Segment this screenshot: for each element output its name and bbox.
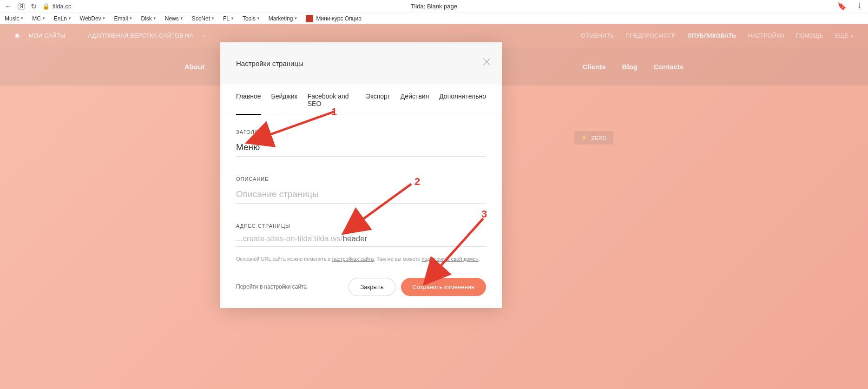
label-title: ЗАГОЛОВОК bbox=[236, 129, 486, 135]
bookmark-item[interactable]: FL▼ bbox=[223, 15, 234, 22]
close-icon[interactable] bbox=[481, 56, 493, 67]
close-button[interactable]: Закрыть bbox=[349, 278, 395, 296]
tab-actions[interactable]: Действия bbox=[401, 92, 429, 115]
label-url: АДРЕС СТРАНИЦЫ bbox=[236, 223, 486, 229]
annotation-number-1: 1 bbox=[331, 106, 337, 118]
page-title: Tilda: Blank page bbox=[411, 3, 457, 10]
annotation-number-3: 3 bbox=[481, 208, 487, 220]
hint-link-settings[interactable]: настройках сайта bbox=[332, 256, 374, 262]
annotation-number-2: 2 bbox=[414, 176, 420, 188]
tab-main[interactable]: Главное bbox=[236, 92, 261, 115]
course-icon bbox=[306, 15, 313, 22]
tab-more[interactable]: Дополнительно bbox=[439, 92, 486, 115]
label-description: ОПИСАНИЕ bbox=[236, 176, 486, 182]
url-input[interactable] bbox=[343, 234, 486, 244]
bookmark-item[interactable]: MC▼ bbox=[32, 15, 46, 22]
bookmark-item[interactable]: Tools▼ bbox=[243, 15, 260, 22]
bookmark-item[interactable]: News▼ bbox=[165, 15, 184, 22]
bookmark-item[interactable]: Disk▼ bbox=[141, 15, 156, 22]
page-settings-modal: Настройки страницы Главное Бейджик Faceb… bbox=[220, 42, 502, 308]
bookmark-item[interactable]: Marketing▼ bbox=[269, 15, 298, 22]
bookmark-item[interactable]: Мини-курс Опцио bbox=[306, 15, 361, 22]
modal-title: Настройки страницы bbox=[236, 59, 303, 67]
title-input[interactable] bbox=[236, 140, 486, 157]
reload-icon[interactable]: ↻ bbox=[31, 2, 37, 11]
bookmark-item[interactable]: SocNet▼ bbox=[192, 15, 215, 22]
save-button[interactable]: Сохранить изменения bbox=[401, 278, 487, 296]
goto-site-settings-link[interactable]: Перейти в настройки сайта bbox=[236, 284, 307, 290]
browser-address-bar: ← Я ↻ 🔒 tilda.cc Tilda: Blank page 🔖 ⭳ bbox=[0, 0, 868, 13]
hint-link-domain[interactable]: подключить свой домен bbox=[421, 256, 478, 262]
bookmark-item[interactable]: WebDev▼ bbox=[80, 15, 106, 22]
tab-badge[interactable]: Бейджик bbox=[271, 92, 297, 115]
url-text[interactable]: tilda.cc bbox=[53, 3, 71, 10]
tab-export[interactable]: Экспорт bbox=[366, 92, 390, 115]
bookmarks-bar: Music▼ MC▼ EnLn▼ WebDev▼ Email▼ Disk▼ Ne… bbox=[0, 13, 868, 24]
lock-icon: 🔒 bbox=[42, 3, 50, 10]
url-prefix: ...create-sites-on-tilda.tilda.ws/ bbox=[236, 234, 343, 244]
bookmark-icon[interactable]: 🔖 bbox=[837, 2, 847, 11]
description-input[interactable] bbox=[236, 187, 486, 204]
back-icon[interactable]: ← bbox=[5, 2, 12, 11]
bookmark-item[interactable]: EnLn▼ bbox=[54, 15, 72, 22]
modal-tabs: Главное Бейджик Facebook and SEO Экспорт… bbox=[220, 84, 502, 115]
download-icon[interactable]: ⭳ bbox=[856, 2, 863, 11]
yandex-icon[interactable]: Я bbox=[18, 3, 25, 10]
url-hint: Основной URL сайта можно поменять в наст… bbox=[236, 255, 486, 263]
bookmark-item[interactable]: Music▼ bbox=[5, 15, 24, 22]
bookmark-item[interactable]: Email▼ bbox=[114, 15, 133, 22]
